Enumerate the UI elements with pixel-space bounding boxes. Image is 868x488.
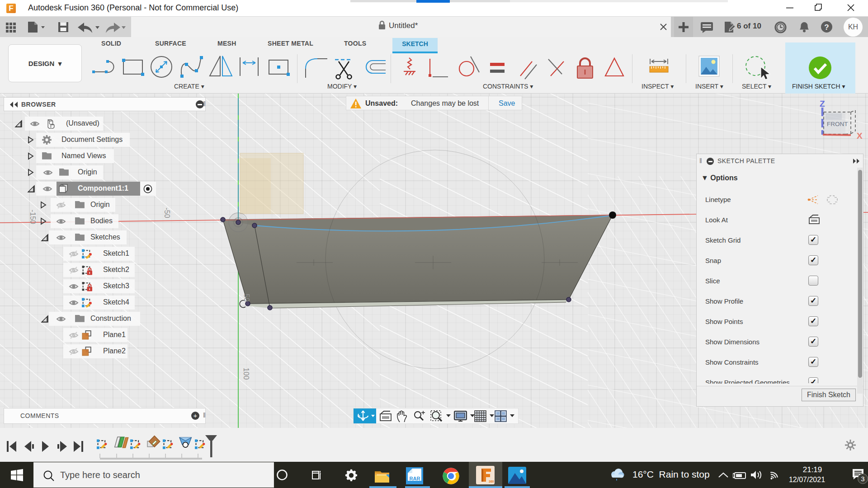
svg-text:100: 100	[242, 368, 250, 380]
svg-text:-150: -150	[29, 210, 37, 224]
svg-text:?: ?	[824, 23, 829, 32]
svg-text:50: 50	[243, 294, 250, 302]
svg-text:Z: Z	[820, 99, 825, 108]
svg-text:360: 360	[489, 480, 494, 483]
svg-text:FRONT: FRONT	[827, 121, 848, 127]
svg-text:RAR: RAR	[410, 476, 420, 481]
svg-text:-50: -50	[163, 207, 171, 218]
svg-text:X: X	[857, 131, 863, 141]
